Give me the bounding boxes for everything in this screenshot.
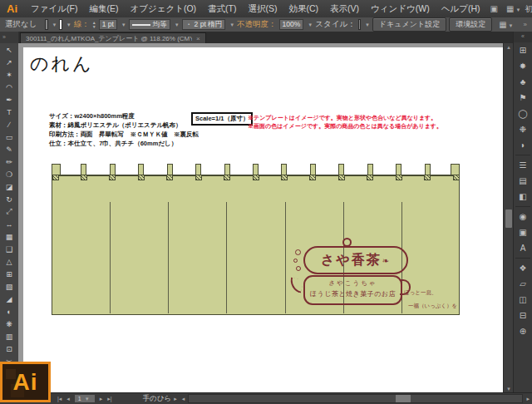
bridge-icon[interactable]: ▣ bbox=[490, 4, 498, 13]
vertical-scroll-thumb[interactable] bbox=[505, 209, 512, 228]
menu-item-ウィンドウ(W)[interactable]: ウィンドウ(W) bbox=[365, 0, 436, 17]
tab-close-icon[interactable]: × bbox=[196, 35, 200, 42]
opacity-field[interactable]: 100% bbox=[279, 19, 304, 30]
stroke-swatch[interactable] bbox=[59, 19, 62, 30]
arrange-documents-icon[interactable]: ▦▼ bbox=[506, 4, 520, 13]
fan-panel-icon[interactable]: ◗ bbox=[514, 137, 532, 153]
menu-item-ヘルプ(H)[interactable]: ヘルプ(H) bbox=[436, 0, 486, 17]
direct-selection-tool[interactable]: ↗ bbox=[0, 56, 18, 68]
free-transform-tool[interactable]: ▦ bbox=[0, 230, 18, 243]
stroke-label[interactable]: 線： bbox=[74, 19, 90, 30]
scale-tool[interactable]: ⤢ bbox=[0, 205, 18, 218]
scroll-right-small-icon[interactable]: ▸ bbox=[171, 396, 180, 402]
horizontal-scroll-thumb[interactable] bbox=[396, 395, 411, 402]
noren-stitch bbox=[52, 175, 59, 180]
eyedropper-tool[interactable]: ◢ bbox=[0, 293, 18, 305]
menu-item-選択(S)[interactable]: 選択(S) bbox=[242, 0, 283, 17]
canvas-area[interactable]: のれん サイズ：w2400×h800mm程度素材：綿風ポリエステル（ポリエステル… bbox=[18, 43, 504, 393]
stroke-width-stepper[interactable]: ▲▼ bbox=[92, 21, 96, 29]
layers-panel-icon[interactable]: ❖ bbox=[514, 260, 532, 276]
pathfinder-panel-icon[interactable]: ⊕ bbox=[514, 323, 532, 339]
brush-select[interactable]: ・ 2 pt 楕円 bbox=[182, 19, 225, 30]
toolbar: » ↖↗✶◠✒T∕▭✎✏❍◪↻⤢↔▦❑△⊞▧◢◐❋▥⊡✂✋⚲ bbox=[0, 32, 19, 393]
perspective-grid-tool[interactable]: △ bbox=[0, 255, 18, 268]
menu-item-編集(E)[interactable]: 編集(E) bbox=[83, 0, 124, 17]
width-tool[interactable]: ↔ bbox=[0, 218, 18, 230]
control-panel-menu-icon[interactable]: ▦▼ bbox=[499, 20, 513, 29]
toolbar-collapse-icon[interactable]: » bbox=[0, 32, 18, 43]
gradient-tool[interactable]: ▧ bbox=[0, 280, 18, 293]
menu-bar: Ai ファイル(F)編集(E)オブジェクト(O)書式(T)選択(S)効果(C)表… bbox=[0, 0, 532, 18]
chevron-down-icon[interactable]: ▼ bbox=[229, 22, 234, 27]
menu-item-オブジェクト(O)[interactable]: オブジェクト(O) bbox=[124, 0, 202, 17]
rotate-tool[interactable]: ↻ bbox=[0, 193, 18, 205]
rectangle-tool[interactable]: ▭ bbox=[0, 131, 18, 143]
noren-tab bbox=[310, 164, 316, 175]
chevron-down-icon[interactable]: ▼ bbox=[52, 22, 57, 27]
symbols-panel-icon[interactable]: ♣ bbox=[514, 74, 532, 90]
artboards-panel-icon[interactable]: ▱ bbox=[514, 276, 532, 292]
dock-expand-icon[interactable]: « bbox=[514, 32, 532, 42]
chevron-down-icon[interactable]: ▼ bbox=[121, 22, 126, 27]
menu-item-ファイル(F)[interactable]: ファイル(F) bbox=[25, 0, 83, 17]
color-guide-panel-icon[interactable]: ✸ bbox=[514, 58, 532, 74]
menu-item-効果(C)[interactable]: 効果(C) bbox=[283, 0, 324, 17]
next-artboard-button[interactable]: ▸ bbox=[97, 396, 106, 402]
scroll-right-icon[interactable]: ▸ bbox=[524, 396, 532, 402]
collapse-control-panel-icon[interactable]: » bbox=[524, 21, 527, 28]
symbol-sprayer-tool[interactable]: ❋ bbox=[0, 318, 18, 330]
type-tool[interactable]: T bbox=[0, 106, 18, 118]
magic-wand-tool[interactable]: ✶ bbox=[0, 68, 18, 81]
document-tab[interactable]: 300111_のれんMTKOA_テンプレート @ 118.26% (CMYK/プ… bbox=[20, 32, 206, 44]
menu-item-書式(T)[interactable]: 書式(T) bbox=[202, 0, 242, 17]
splash-label: Ai bbox=[13, 369, 38, 396]
chevron-down-icon[interactable]: ▼ bbox=[66, 22, 71, 27]
line-segment-tool[interactable]: ∕ bbox=[0, 118, 18, 131]
flag-panel-icon[interactable]: ⚑ bbox=[514, 90, 532, 106]
stroke-panel-icon[interactable]: ☰ bbox=[514, 157, 532, 173]
chevron-down-icon[interactable]: ▼ bbox=[365, 22, 370, 27]
horizontal-scrollbar[interactable] bbox=[188, 394, 523, 403]
blob-brush-tool[interactable]: ❍ bbox=[0, 168, 18, 180]
blend-tool[interactable]: ◐ bbox=[0, 305, 18, 318]
last-artboard-button[interactable]: ▸| bbox=[105, 396, 114, 402]
graphic-styles-panel-icon[interactable]: ▣ bbox=[514, 224, 532, 240]
stroke-width-field[interactable]: 1 pt bbox=[99, 19, 117, 30]
appearance-panel-icon[interactable]: ◉ bbox=[514, 209, 532, 224]
style-swatch[interactable] bbox=[358, 19, 361, 30]
workspace-switcher[interactable]: 初期設定▼ bbox=[525, 4, 532, 15]
paintbrush-tool[interactable]: ✎ bbox=[0, 143, 18, 155]
document-setup-button[interactable]: ドキュメント設定 bbox=[372, 17, 446, 32]
opacity-label[interactable]: 不透明度： bbox=[237, 19, 277, 30]
mesh-tool[interactable]: ⊞ bbox=[0, 268, 18, 280]
swatches-panel-icon[interactable]: ⊞ bbox=[514, 42, 532, 58]
pen-tool[interactable]: ✒ bbox=[0, 93, 18, 106]
chevron-down-icon[interactable]: ▼ bbox=[308, 22, 313, 27]
character-panel-icon[interactable]: A bbox=[514, 240, 532, 256]
eraser-tool[interactable]: ◪ bbox=[0, 180, 18, 193]
transparency-panel-icon[interactable]: ◧ bbox=[514, 189, 532, 204]
scroll-left-icon[interactable]: ◂ bbox=[180, 396, 188, 402]
lasso-tool[interactable]: ◠ bbox=[0, 81, 18, 93]
gradient-panel-icon[interactable]: ▤ bbox=[514, 173, 532, 189]
logo-reading: さやこうちゃ bbox=[305, 279, 401, 288]
preferences-button[interactable]: 環境設定 bbox=[449, 17, 492, 32]
chevron-down-icon[interactable]: ▼ bbox=[175, 22, 180, 27]
artboard-number-field[interactable]: 1 ▼ bbox=[74, 394, 96, 403]
align-panel-icon[interactable]: ⊟ bbox=[514, 308, 532, 323]
menu-item-表示(V)[interactable]: 表示(V) bbox=[324, 0, 365, 17]
pencil-tool[interactable]: ✏ bbox=[0, 155, 18, 168]
ellipse-panel-icon[interactable]: ◯ bbox=[514, 106, 532, 121]
noren-tab bbox=[167, 164, 173, 175]
brushes-panel-icon[interactable]: ❉ bbox=[514, 121, 532, 137]
column-graph-tool[interactable]: ▥ bbox=[0, 330, 18, 342]
transform-panel-icon[interactable]: ◫ bbox=[514, 292, 532, 308]
selection-tool[interactable]: ↖ bbox=[0, 43, 18, 56]
fill-swatch[interactable] bbox=[45, 19, 47, 30]
noren-stitch bbox=[166, 175, 173, 180]
shape-builder-tool[interactable]: ❑ bbox=[0, 243, 18, 255]
prev-artboard-button[interactable]: ◂ bbox=[64, 396, 72, 402]
artboard-tool[interactable]: ⊡ bbox=[0, 342, 18, 355]
first-artboard-button[interactable]: |◂ bbox=[55, 396, 64, 402]
stroke-profile-select[interactable]: 均等 bbox=[129, 19, 170, 30]
